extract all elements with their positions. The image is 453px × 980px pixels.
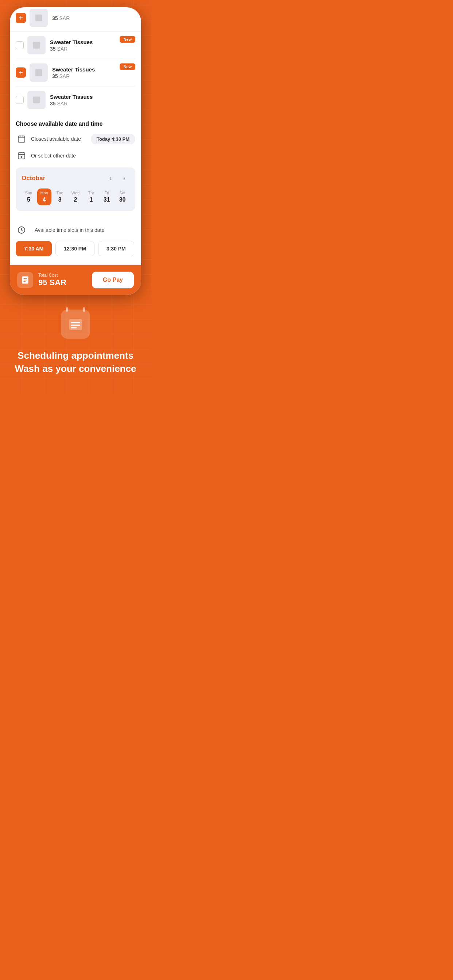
calendar-nav: ‹ › bbox=[105, 173, 129, 183]
checkbox-3[interactable] bbox=[16, 96, 24, 104]
calendar-day-2[interactable]: Wed2 bbox=[69, 188, 83, 205]
product-image-1 bbox=[27, 36, 46, 54]
add-calendar-icon bbox=[16, 150, 27, 162]
cost-value: 95 SAR bbox=[38, 278, 66, 287]
calendar-day-4[interactable]: Mon4 bbox=[37, 188, 51, 205]
new-badge-2: New bbox=[120, 64, 135, 70]
calendar-day-3[interactable]: Tue3 bbox=[53, 188, 67, 205]
time-slots-container: 7:30 AM12:30 PM3:30 PM bbox=[16, 241, 135, 256]
calendar-day-31[interactable]: Fri31 bbox=[100, 188, 114, 205]
day-name: Tue bbox=[57, 191, 64, 195]
marketing-section: Scheduling appointments Wash as your con… bbox=[0, 295, 151, 394]
product-item-1: Sweater Tissues 35 SAR New bbox=[16, 32, 135, 59]
svg-line-19 bbox=[19, 232, 19, 233]
day-name: Thr bbox=[88, 191, 94, 195]
day-number: 4 bbox=[43, 197, 46, 203]
calendar-header: Octobar ‹ › bbox=[22, 173, 129, 183]
svg-rect-4 bbox=[35, 69, 42, 76]
calendar-icon bbox=[16, 133, 27, 145]
svg-point-1 bbox=[37, 16, 38, 18]
time-slot-7-30-AM[interactable]: 7:30 AM bbox=[16, 241, 52, 256]
svg-rect-0 bbox=[35, 14, 42, 22]
product-list: Sweater Tissues 35 SAR New + bbox=[10, 32, 141, 113]
product-image-3 bbox=[27, 91, 46, 109]
product-name-3: Sweater Tissues bbox=[50, 94, 135, 100]
day-name: Sat bbox=[119, 191, 126, 195]
cost-info: Total Cost 95 SAR bbox=[38, 273, 66, 287]
date-time-section: Choose available date and time Closest a… bbox=[10, 113, 141, 224]
time-icon bbox=[16, 224, 27, 236]
product-item-3: Sweater Tissues 35 SAR bbox=[16, 86, 135, 113]
other-date-label: Or select other date bbox=[31, 153, 135, 159]
add-button-partial[interactable]: + bbox=[16, 13, 26, 23]
other-date-row[interactable]: Or select other date bbox=[16, 150, 135, 162]
product-price-1: 35 SAR bbox=[50, 46, 135, 52]
time-slot-3-30-PM[interactable]: 3:30 PM bbox=[98, 241, 134, 256]
product-item-partial: + 35 SAR bbox=[10, 7, 141, 32]
add-button-2[interactable]: + bbox=[16, 67, 26, 78]
svg-rect-12 bbox=[18, 153, 25, 159]
cost-section: Total Cost 95 SAR bbox=[17, 272, 66, 288]
product-info-3: Sweater Tissues 35 SAR bbox=[50, 94, 135, 107]
marketing-icon bbox=[61, 310, 90, 339]
time-label-row: Available time slots in this date bbox=[16, 224, 135, 236]
day-name: Wed bbox=[72, 191, 80, 195]
day-number: 2 bbox=[74, 197, 77, 203]
day-name: Mon bbox=[40, 191, 48, 195]
svg-rect-2 bbox=[33, 42, 40, 49]
prev-month-button[interactable]: ‹ bbox=[105, 173, 116, 183]
day-number: 1 bbox=[89, 197, 93, 203]
product-price-partial: 35 SAR bbox=[52, 15, 135, 21]
marketing-line-1: Scheduling appointments bbox=[15, 349, 136, 362]
cost-label: Total Cost bbox=[38, 273, 66, 278]
day-name: Fri bbox=[104, 191, 109, 195]
product-price-2: 35 SAR bbox=[52, 73, 135, 79]
receipt-icon bbox=[17, 272, 33, 288]
phone-frame: + 35 SAR bbox=[10, 7, 141, 295]
svg-point-5 bbox=[37, 70, 38, 72]
next-month-button[interactable]: › bbox=[119, 173, 129, 183]
go-pay-button[interactable]: Go Pay bbox=[92, 272, 134, 288]
calendar-day-1[interactable]: Thr1 bbox=[84, 188, 98, 205]
time-section: Available time slots in this date 7:30 A… bbox=[10, 224, 141, 265]
svg-rect-6 bbox=[33, 97, 40, 103]
checkbox-1[interactable] bbox=[16, 41, 24, 49]
calendar-day-30[interactable]: Sat30 bbox=[115, 188, 129, 205]
marketing-line-2: Wash as your convenience bbox=[15, 362, 136, 375]
marketing-text: Scheduling appointments Wash as your con… bbox=[15, 349, 136, 375]
product-item-2: + Sweater Tissues 35 SAR New bbox=[16, 59, 135, 86]
new-badge-1: New bbox=[120, 36, 135, 43]
product-image-2 bbox=[30, 64, 48, 82]
closest-date-row: Closest available date Today 4:30 PM bbox=[16, 133, 135, 145]
calendar-month: Octobar bbox=[22, 175, 45, 182]
day-number: 5 bbox=[27, 197, 30, 203]
time-slot-12-30-PM[interactable]: 12:30 PM bbox=[56, 241, 94, 256]
calendar-days: Sun5Mon4Tue3Wed2Thr1Fri31Sat30 bbox=[22, 188, 129, 205]
svg-rect-8 bbox=[18, 136, 25, 142]
product-price-3: 35 SAR bbox=[50, 100, 135, 107]
day-number: 31 bbox=[104, 197, 110, 203]
calendar-day-5[interactable]: Sun5 bbox=[22, 188, 36, 205]
bottom-bar: Total Cost 95 SAR Go Pay bbox=[10, 265, 141, 295]
svg-point-7 bbox=[34, 98, 36, 100]
product-image-partial bbox=[30, 9, 48, 27]
section-title: Choose available date and time bbox=[16, 121, 135, 127]
day-name: Sun bbox=[25, 191, 32, 195]
calendar-box: Octobar ‹ › Sun5Mon4Tue3Wed2Thr1Fri31Sat… bbox=[16, 167, 135, 211]
closest-date-label: Closest available date bbox=[31, 136, 91, 142]
svg-point-3 bbox=[34, 43, 36, 45]
time-slots-label: Available time slots in this date bbox=[35, 227, 104, 233]
day-number: 3 bbox=[58, 197, 62, 203]
closest-date-value[interactable]: Today 4:30 PM bbox=[91, 134, 135, 145]
product-info-partial: 35 SAR bbox=[52, 14, 135, 21]
day-number: 30 bbox=[119, 197, 126, 203]
